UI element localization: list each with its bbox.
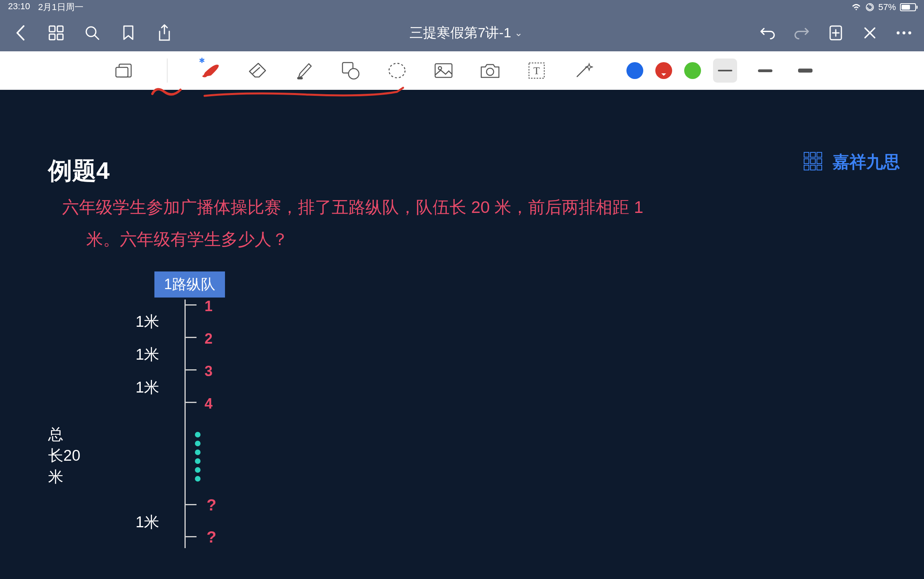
redo-button[interactable] — [794, 25, 810, 41]
svg-rect-1 — [49, 26, 55, 32]
close-button[interactable] — [862, 25, 878, 41]
svg-line-6 — [95, 35, 99, 39]
tool-toolbar: ✱ T — [0, 51, 924, 90]
highlighter-tool[interactable] — [293, 59, 315, 82]
search-button[interactable] — [84, 25, 100, 41]
tick — [184, 369, 197, 370]
red-scribble — [148, 82, 429, 106]
battery-icon — [900, 3, 916, 11]
position-number: 3 — [205, 363, 213, 380]
svg-point-21 — [438, 67, 442, 70]
status-time: 23:10 — [8, 1, 30, 13]
tick — [184, 304, 197, 306]
text-tool[interactable]: T — [525, 59, 548, 82]
svg-point-18 — [349, 69, 359, 79]
wifi-icon — [851, 3, 861, 11]
rotation-lock-icon — [865, 3, 874, 12]
example-title: 例题4 — [0, 155, 924, 187]
add-page-button[interactable] — [828, 25, 844, 41]
bookmark-button[interactable] — [120, 25, 136, 41]
ellipsis-dots — [195, 432, 201, 482]
svg-point-19 — [389, 63, 405, 78]
column-header-label: 1路纵队 — [154, 271, 225, 298]
tick — [184, 337, 197, 338]
chevron-down-icon: ⌄ — [515, 27, 523, 38]
eraser-tool[interactable] — [246, 59, 269, 82]
svg-text:T: T — [533, 65, 540, 77]
problem-statement: 六年级学生参加广播体操比赛，排了五路纵队，队伍长 20 米，前后两排相距 1 米… — [0, 191, 924, 255]
undo-button[interactable] — [760, 25, 776, 41]
tick — [184, 504, 197, 505]
tick — [184, 536, 197, 537]
slide-content: 嘉祥九思 例题4 六年级学生参加广播体操比赛，排了五路纵队，队伍长 20 米，前… — [0, 131, 924, 552]
camera-tool[interactable] — [479, 59, 501, 82]
brand-text: 嘉祥九思 — [833, 151, 900, 173]
gap-label: 1米 — [136, 344, 159, 365]
position-number: 1 — [205, 298, 213, 315]
svg-rect-3 — [49, 34, 55, 40]
status-bar: 23:10 2月1日周一 57% — [0, 0, 924, 14]
lasso-tool[interactable] — [386, 59, 408, 82]
svg-point-22 — [486, 68, 494, 75]
pen-tool[interactable]: ✱ — [200, 59, 222, 82]
battery-percent: 57% — [878, 2, 896, 12]
annotation-strip — [0, 90, 924, 111]
brand-watermark: 嘉祥九思 — [804, 151, 900, 173]
svg-line-16 — [253, 67, 260, 74]
gap-label: 1米 — [136, 377, 159, 398]
magic-tool[interactable] — [572, 59, 594, 82]
gap-label: 1米 — [136, 512, 159, 532]
thickness-thin[interactable] — [713, 59, 737, 83]
shape-tool[interactable] — [339, 59, 362, 82]
svg-point-10 — [897, 31, 900, 34]
share-button[interactable] — [156, 25, 172, 41]
svg-rect-14 — [116, 67, 128, 77]
nav-bar: 三提寒假第7讲-1 ⌄ — [0, 14, 924, 51]
brand-logo-icon — [804, 152, 828, 172]
document-title[interactable]: 三提寒假第7讲-1 ⌄ — [172, 24, 760, 42]
diagram: 1路纵队 总 长20 米 1米 1米 1米 1米 1 2 3 4 ? ? — [48, 271, 924, 552]
position-number: 4 — [205, 395, 213, 412]
question-mark: ? — [207, 528, 216, 546]
color-green[interactable] — [684, 62, 701, 79]
thickness-medium[interactable] — [753, 59, 777, 83]
svg-rect-20 — [435, 64, 452, 77]
view-mode-button[interactable] — [112, 59, 135, 82]
svg-rect-4 — [57, 34, 63, 40]
svg-line-25 — [577, 66, 588, 77]
total-length-label: 总 长20 米 — [48, 424, 80, 488]
back-button[interactable] — [12, 25, 28, 41]
svg-point-11 — [902, 31, 905, 34]
question-mark: ? — [207, 496, 216, 514]
thickness-thick[interactable] — [793, 59, 817, 83]
color-blue[interactable] — [626, 62, 643, 79]
image-tool[interactable] — [432, 59, 455, 82]
svg-point-15 — [203, 75, 207, 77]
bluetooth-indicator: ✱ — [199, 56, 205, 65]
color-red-selected[interactable] — [655, 62, 672, 79]
svg-point-12 — [908, 31, 911, 34]
gap-label: 1米 — [136, 312, 159, 332]
tick — [184, 402, 197, 403]
more-button[interactable] — [896, 25, 912, 41]
position-number: 2 — [205, 330, 213, 347]
status-date: 2月1日周一 — [38, 1, 83, 13]
grid-view-button[interactable] — [48, 25, 64, 41]
svg-rect-2 — [57, 26, 63, 32]
